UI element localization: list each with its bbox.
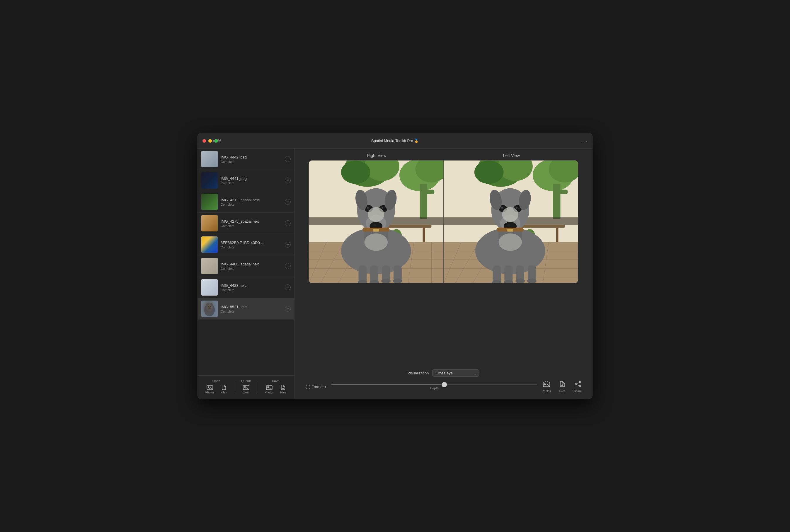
- save-photos-button[interactable]: Photos: [263, 383, 276, 395]
- titlebar: ⊞ 56 Spatial Media Toolkit Pro 🏅 ··· ⌄: [198, 133, 592, 149]
- open-photos-button[interactable]: Photos: [204, 383, 216, 395]
- svg-rect-75: [553, 184, 560, 219]
- format-button[interactable]: i Format ▾: [303, 383, 328, 391]
- queue-group: Queue Clear: [241, 379, 251, 395]
- svg-rect-119: [543, 382, 550, 387]
- list-item[interactable]: IMG_4428.heic Complete −: [198, 277, 294, 298]
- list-item[interactable]: IMG_4442.jpeg Complete −: [198, 149, 294, 170]
- save-to-files-button[interactable]: Files: [557, 380, 567, 394]
- item-info: IMG_4406_spatial.heic Complete: [221, 262, 282, 270]
- thumbnail: [201, 236, 218, 253]
- depth-slider-container: Depth: [332, 384, 537, 390]
- item-info: IMG_4428.heic Complete: [221, 283, 282, 292]
- open-files-button[interactable]: Files: [219, 383, 229, 395]
- list-item[interactable]: 8FE862B0-71BD-43D0-... Complete −: [198, 234, 294, 255]
- svg-point-49: [373, 224, 376, 226]
- svg-point-100: [507, 224, 510, 226]
- item-info: IMG_4275_spatial.heic Complete: [221, 219, 282, 228]
- share-button[interactable]: Share: [572, 380, 583, 394]
- stereo-viewer: [308, 160, 578, 283]
- action-buttons: Photos Files: [540, 380, 583, 394]
- list-item[interactable]: IMG_4441.jpeg Complete −: [198, 170, 294, 191]
- item-info: IMG_4441.jpeg Complete: [221, 176, 282, 185]
- app-title: Spatial Media Toolkit Pro 🏅: [371, 138, 419, 143]
- svg-point-2: [206, 303, 213, 311]
- open-group: Open Photos: [204, 379, 229, 395]
- visualization-label: Visualization: [408, 371, 429, 375]
- save-photos-label: Photos: [542, 390, 551, 393]
- visualization-select-wrapper: Cross eye Parallel Anaglyph Side by Side: [432, 369, 479, 377]
- format-label: Format: [312, 385, 323, 389]
- remove-button[interactable]: −: [285, 263, 291, 269]
- list-item[interactable]: IMG_4406_spatial.heic Complete −: [198, 255, 294, 277]
- svg-rect-23: [420, 184, 427, 219]
- svg-rect-58: [373, 229, 379, 232]
- divider: [257, 381, 257, 393]
- queue-clear-button[interactable]: Clear: [241, 383, 251, 395]
- file-count-badge: ⊞ 56: [213, 138, 221, 143]
- format-chevron-icon: ▾: [325, 385, 326, 388]
- share-icon: [575, 381, 581, 389]
- left-view-label: Left View: [503, 153, 520, 158]
- thumbnail: [201, 279, 218, 296]
- open-photos-label: Photos: [205, 391, 214, 394]
- item-name: IMG_4406_spatial.heic: [221, 262, 282, 266]
- clear-icon: [243, 384, 250, 390]
- depth-label: Depth: [430, 386, 438, 390]
- remove-button[interactable]: −: [285, 199, 291, 205]
- item-status: Complete: [221, 288, 282, 292]
- remove-button[interactable]: −: [285, 284, 291, 290]
- remove-button[interactable]: −: [285, 306, 291, 312]
- share-label: Share: [574, 390, 582, 393]
- save-files-icon: [280, 384, 287, 390]
- thumbnail: [201, 194, 218, 210]
- item-info: IMG_8521.heic Complete: [221, 305, 282, 313]
- thumbnail: [201, 258, 218, 274]
- viewer-area: Right View Left View: [295, 149, 592, 366]
- minimize-button[interactable]: [208, 139, 212, 142]
- svg-rect-76: [556, 190, 568, 194]
- item-status: Complete: [221, 203, 282, 206]
- item-name: 8FE862B0-71BD-43D0-...: [221, 241, 282, 245]
- save-to-photos-button[interactable]: Photos: [540, 380, 553, 394]
- sidebar: IMG_4442.jpeg Complete − IMG_4441.jpeg C…: [198, 149, 295, 399]
- svg-point-72: [474, 160, 503, 184]
- right-view-panel: [309, 160, 443, 283]
- visualization-select[interactable]: Cross eye Parallel Anaglyph Side by Side: [432, 369, 479, 377]
- item-name: IMG_8521.heic: [221, 305, 282, 309]
- remove-button[interactable]: −: [285, 156, 291, 162]
- remove-button[interactable]: −: [285, 242, 291, 248]
- svg-rect-40: [422, 228, 425, 242]
- item-name: IMG_4212_spatial.heic: [221, 198, 282, 202]
- photos-icon: [206, 384, 213, 390]
- right-view-label: Right View: [367, 153, 387, 158]
- svg-rect-109: [507, 229, 513, 232]
- item-name: IMG_4275_spatial.heic: [221, 219, 282, 224]
- close-button[interactable]: [203, 139, 206, 142]
- item-status: Complete: [221, 224, 282, 228]
- files-icon: [220, 384, 227, 390]
- view-labels: Right View Left View: [308, 153, 578, 158]
- queue-label: Queue: [241, 379, 251, 383]
- svg-point-5: [207, 304, 212, 310]
- svg-point-4: [209, 303, 213, 308]
- sidebar-bottom-bar: Open Photos: [198, 375, 294, 399]
- remove-button[interactable]: −: [285, 220, 291, 226]
- queue-buttons: Clear: [241, 383, 251, 395]
- list-item[interactable]: IMG_4212_spatial.heic Complete −: [198, 191, 294, 213]
- list-item[interactable]: IMG_8521.heic Complete −: [198, 298, 294, 320]
- thumbnail: [201, 301, 218, 317]
- svg-point-104: [516, 207, 518, 209]
- thumbnail: [201, 151, 218, 167]
- more-button[interactable]: ··· ⌄: [581, 138, 587, 143]
- photos-export-icon: [543, 381, 550, 389]
- save-files-button[interactable]: Files: [278, 383, 288, 395]
- open-buttons: Photos Files: [204, 383, 229, 395]
- list-item[interactable]: IMG_4275_spatial.heic Complete −: [198, 213, 294, 234]
- svg-point-20: [341, 160, 370, 184]
- depth-row: i Format ▾ Depth: [300, 380, 586, 394]
- item-name: IMG_4441.jpeg: [221, 176, 282, 181]
- svg-point-6: [208, 306, 209, 307]
- remove-button[interactable]: −: [285, 177, 291, 184]
- depth-slider[interactable]: [332, 384, 537, 385]
